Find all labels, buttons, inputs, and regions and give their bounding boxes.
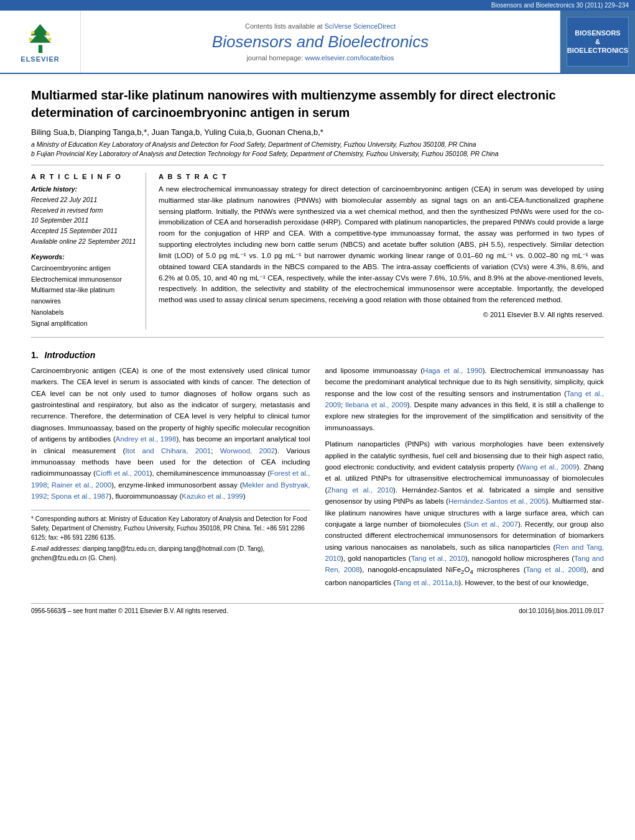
bottom-bar: 0956-5663/$ – see front matter © 2011 El… — [31, 603, 604, 614]
main-content: Multiarmed star-like platinum nanowires … — [0, 74, 635, 627]
history-label: Article history: — [31, 184, 138, 195]
ref-itot: Itot and Chihara, 2001 — [125, 447, 211, 455]
ref-tang2011: Tang et al., 2011a,b — [396, 579, 458, 586]
affiliation-1: a Ministry of Education Key Laboratory o… — [31, 141, 604, 148]
journal-header: ELSEVIER Contents lists available at Sci… — [0, 11, 635, 74]
article-info-heading: A R T I C L E I N F O — [31, 173, 138, 180]
info-abstract-section: A R T I C L E I N F O Article history: R… — [31, 173, 604, 330]
svg-point-4 — [45, 32, 49, 35]
intro-left-col: Carcinoembryonic antigen (CEA) is one of… — [31, 365, 310, 594]
article-history: Article history: Received 22 July 2011 R… — [31, 184, 138, 247]
keywords-section: Keywords: Carcinoembryoninc antigen Elec… — [31, 253, 138, 330]
journal-badge: BIOSENSORS & BIOELECTRONICS — [567, 17, 629, 67]
keyword-3: Multiarmed star-like platinum nanowires — [31, 285, 138, 307]
ref-sun2007: Sun et al., 2007 — [466, 520, 518, 528]
intro-body: Carcinoembryonic antigen (CEA) is one of… — [31, 365, 604, 594]
footnote-text: * Corresponding authors at: Ministry of … — [31, 514, 310, 542]
ref-spona: Spona et al., 1987 — [51, 492, 109, 500]
journal-homepage: journal homepage: www.elsevier.com/locat… — [246, 54, 394, 62]
ref-zhang2010: Zhang et al., 2010 — [327, 486, 393, 494]
homepage-link[interactable]: www.elsevier.com/locate/bios — [305, 54, 394, 62]
journal-title-area: Contents lists available at SciVerse Sci… — [81, 11, 560, 73]
available-date: Available online 22 September 2011 — [31, 236, 138, 247]
ref-kazuko: Kazuko et al., 1999 — [182, 492, 243, 500]
ref-wang2009: Wang et al., 2009 — [519, 463, 577, 471]
elsevier-logo: ELSEVIER — [0, 11, 81, 73]
intro-right-col: and liposome immunoassay (Haga et al., 1… — [325, 365, 605, 594]
journal-title: Biosensors and Bioelectronics — [212, 32, 429, 52]
introduction-section: 1. Introduction Carcinoembryonic antigen… — [31, 350, 604, 594]
journal-reference-bar: Biosensors and Bioelectronics 30 (2011) … — [0, 0, 635, 11]
keyword-5: Signal amplification — [31, 318, 138, 330]
intro-title: 1. Introduction — [31, 350, 604, 360]
ref-cioffi: Cioffi et al., 2001 — [96, 469, 150, 477]
keywords-label: Keywords: — [31, 253, 138, 261]
intro-right-text2: Platinum nanoparticles (PtNPs) with vari… — [325, 438, 605, 588]
revised-date: Received in revised form 10 September 20… — [31, 205, 138, 226]
article-title: Multiarmed star-like platinum nanowires … — [31, 86, 604, 121]
sciverse-link[interactable]: SciVerse ScienceDirect — [325, 22, 396, 30]
intro-right-text1: and liposome immunoassay (Haga et al., 1… — [325, 365, 605, 433]
copyright-notice: © 2011 Elsevier B.V. All rights reserved… — [159, 311, 604, 318]
ref-hernandez2005: Hernández-Santos et al., 2005 — [448, 497, 545, 505]
received-date: Received 22 July 2011 — [31, 195, 138, 205]
doi-text: doi:10.1016/j.bios.2011.09.017 — [519, 607, 604, 614]
svg-point-5 — [29, 37, 32, 40]
intro-number: 1. — [31, 350, 39, 360]
svg-point-6 — [48, 37, 51, 40]
keyword-1: Carcinoembryoninc antigen — [31, 263, 138, 274]
article-info-col: A R T I C L E I N F O Article history: R… — [31, 173, 146, 330]
abstract-col: A B S T R A C T A new electrochemical im… — [159, 173, 604, 330]
footnote-email: E-mail addresses: dianping.tang@fzu.edu.… — [31, 544, 310, 563]
badge-text: BIOSENSORS & BIOELECTRONICS — [567, 29, 628, 55]
sciverse-info: Contents lists available at SciVerse Sci… — [245, 22, 396, 30]
authors-line: Biling Sua,b, Dianping Tanga,b,*, Juan T… — [31, 127, 604, 137]
intro-left-text1: Carcinoembryonic antigen (CEA) is one of… — [31, 365, 310, 502]
ref-tang2010: Tang et al., 2010 — [411, 555, 465, 562]
elsevier-brand-text: ELSEVIER — [21, 55, 59, 63]
ref-rainer: Rainer et al., 2000 — [52, 481, 111, 489]
abstract-body: A new electrochemical immunoassay strate… — [159, 184, 604, 306]
ref-worwood: Worwood, 2002 — [220, 447, 275, 455]
ref-tang2008b: Tang et al., 2008 — [526, 566, 583, 573]
elsevier-tree-icon — [25, 21, 56, 55]
svg-rect-0 — [38, 45, 42, 53]
accepted-date: Accepted 15 September 2011 — [31, 226, 138, 236]
abstract-heading: A B S T R A C T — [159, 173, 604, 180]
journal-badge-area: BIOSENSORS & BIOELECTRONICS — [560, 11, 635, 73]
footnote: * Corresponding authors at: Ministry of … — [31, 510, 310, 563]
divider-2 — [31, 337, 604, 338]
keyword-2: Electrochemical immunosensor — [31, 274, 138, 285]
authors-text: Biling Sua,b, Dianping Tanga,b,*, Juan T… — [31, 127, 323, 137]
divider-1 — [31, 165, 604, 165]
intro-label: Introduction — [45, 350, 96, 360]
affiliation-2: b Fujian Provincial Key Laboratory of An… — [31, 150, 604, 157]
journal-ref-text: Biosensors and Bioelectronics 30 (2011) … — [491, 2, 629, 9]
ref-andrey: Andrey et al., 1998 — [116, 435, 177, 443]
keyword-4: Nanolabels — [31, 307, 138, 318]
svg-point-3 — [31, 30, 34, 34]
ref-ilebana: Ilebana et al., 2009 — [345, 401, 407, 408]
issn-text: 0956-5663/$ – see front matter © 2011 El… — [31, 607, 228, 614]
keywords-list: Carcinoembryoninc antigen Electrochemica… — [31, 263, 138, 330]
ref-haga: Haga et al., 1990 — [423, 367, 483, 374]
